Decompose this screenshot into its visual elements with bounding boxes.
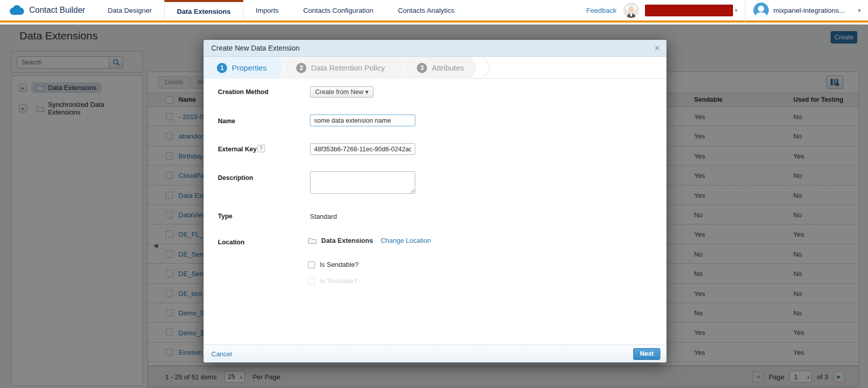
modal-body: Creation Method Create from New ▾ Name E… <box>204 79 666 345</box>
nav-item-contacts-configuration[interactable]: Contacts Configuration <box>291 0 386 20</box>
nav-item-imports[interactable]: Imports <box>243 0 291 20</box>
wizard-steps: 1 Properties 2 Data Retention Policy 3 A… <box>204 57 666 79</box>
external-key-label: External Key <box>218 146 257 153</box>
step-number: 2 <box>296 63 306 73</box>
is-sendable-label: Is Sendable? <box>320 261 359 268</box>
step-data-retention-policy[interactable]: 2 Data Retention Policy <box>278 57 398 79</box>
location-value: Data Extensions <box>321 237 373 244</box>
creation-method-label: Creation Method <box>218 88 269 96</box>
cancel-link[interactable]: Cancel <box>211 350 232 358</box>
is-sendable-checkbox[interactable] <box>308 261 315 268</box>
help-icon[interactable]: ? <box>257 145 265 152</box>
type-label: Type <box>218 213 232 220</box>
user-avatar[interactable] <box>753 3 769 18</box>
account-name: mixpanel-integrations... <box>773 7 845 14</box>
description-textarea[interactable] <box>310 171 415 194</box>
external-key-input[interactable] <box>310 143 415 155</box>
change-location-link[interactable]: Change Location <box>381 237 431 244</box>
einstein-icon <box>624 3 639 18</box>
nav-divider <box>745 0 745 21</box>
app-title: Contact Builder <box>29 6 85 15</box>
chevron-down-icon[interactable]: ▾ <box>735 7 738 14</box>
step-properties[interactable]: 1 Properties <box>204 57 278 79</box>
step-attributes[interactable]: 3 Attributes <box>398 57 471 79</box>
modal-title: Create New Data Extension <box>211 44 300 52</box>
type-value: Standard <box>310 213 337 220</box>
nav-links: Data Designer Data Extensions Imports Co… <box>95 0 466 20</box>
location-label: Location <box>218 239 244 246</box>
einstein-avatar[interactable] <box>624 3 639 18</box>
nav-item-data-extensions[interactable]: Data Extensions <box>164 0 243 20</box>
is-testable-row: Is Testable? <box>308 277 358 285</box>
step-number: 1 <box>217 63 227 73</box>
step-number: 3 <box>417 63 427 73</box>
is-testable-label: Is Testable? <box>320 277 358 285</box>
nav-right: Feedback ▾ mixpanel-integrations... ▾ <box>586 0 868 20</box>
redacted-account-badge[interactable] <box>645 5 733 16</box>
close-icon[interactable]: × <box>654 43 660 53</box>
next-button[interactable]: Next <box>633 348 660 360</box>
folder-icon <box>308 237 317 244</box>
nav-item-data-designer[interactable]: Data Designer <box>95 0 164 20</box>
modal-header: Create New Data Extension × <box>204 40 666 57</box>
creation-method-dropdown[interactable]: Create from New ▾ <box>310 86 373 98</box>
nav-item-contacts-analytics[interactable]: Contacts Analytics <box>386 0 466 20</box>
person-icon <box>758 6 764 12</box>
account-chevron-down-icon[interactable]: ▾ <box>858 7 861 14</box>
cloud-logo-icon <box>8 4 25 16</box>
modal-footer: Cancel Next <box>204 345 666 362</box>
is-testable-checkbox <box>308 278 315 285</box>
brand[interactable]: Contact Builder <box>0 0 95 20</box>
name-input[interactable] <box>310 115 415 126</box>
create-data-extension-modal: Create New Data Extension × 1 Properties… <box>204 40 666 362</box>
top-nav: Contact Builder Data Designer Data Exten… <box>0 0 868 22</box>
description-label: Description <box>218 174 253 181</box>
name-label: Name <box>218 118 235 125</box>
feedback-link[interactable]: Feedback <box>586 7 616 14</box>
app-window: Contact Builder Data Designer Data Exten… <box>0 0 868 388</box>
is-sendable-row: Is Sendable? <box>308 261 359 268</box>
